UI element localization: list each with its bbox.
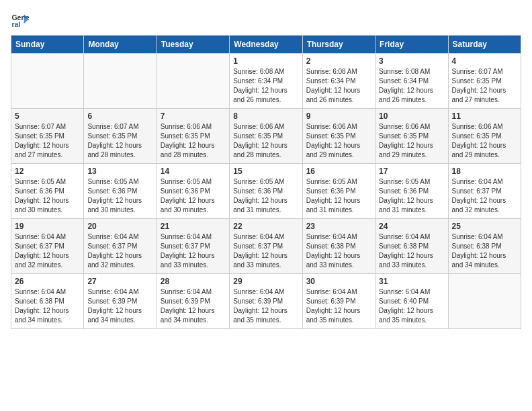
calendar-header: SundayMondayTuesdayWednesdayThursdayFrid…: [11, 36, 521, 54]
day-cell: 20Sunrise: 6:04 AM Sunset: 6:37 PM Dayli…: [84, 219, 157, 274]
day-info: Sunrise: 6:05 AM Sunset: 6:36 PM Dayligh…: [15, 177, 80, 215]
day-info: Sunrise: 6:04 AM Sunset: 6:37 PM Dayligh…: [15, 232, 80, 270]
day-cell: 27Sunrise: 6:04 AM Sunset: 6:39 PM Dayli…: [84, 274, 157, 329]
logo: Gene ral: [11, 11, 32, 30]
day-cell: 21Sunrise: 6:04 AM Sunset: 6:37 PM Dayli…: [157, 219, 229, 274]
day-number: 7: [161, 111, 226, 121]
day-info: Sunrise: 6:04 AM Sunset: 6:37 PM Dayligh…: [161, 232, 226, 270]
day-number: 9: [306, 111, 371, 121]
day-cell: 19Sunrise: 6:04 AM Sunset: 6:37 PM Dayli…: [11, 219, 84, 274]
week-row-3: 12Sunrise: 6:05 AM Sunset: 6:36 PM Dayli…: [11, 164, 521, 219]
day-info: Sunrise: 6:04 AM Sunset: 6:38 PM Dayligh…: [452, 232, 517, 270]
week-row-5: 26Sunrise: 6:04 AM Sunset: 6:38 PM Dayli…: [11, 274, 521, 329]
day-number: 19: [15, 222, 80, 231]
day-cell: [84, 54, 157, 109]
header-day-saturday: Saturday: [448, 36, 521, 54]
day-cell: 7Sunrise: 6:06 AM Sunset: 6:35 PM Daylig…: [157, 109, 229, 164]
calendar-body: 1Sunrise: 6:08 AM Sunset: 6:34 PM Daylig…: [11, 54, 521, 329]
day-info: Sunrise: 6:04 AM Sunset: 6:39 PM Dayligh…: [306, 287, 371, 325]
day-cell: 15Sunrise: 6:05 AM Sunset: 6:36 PM Dayli…: [230, 164, 302, 219]
day-cell: 17Sunrise: 6:05 AM Sunset: 6:36 PM Dayli…: [375, 164, 448, 219]
day-cell: 25Sunrise: 6:04 AM Sunset: 6:38 PM Dayli…: [448, 219, 521, 274]
day-info: Sunrise: 6:06 AM Sunset: 6:35 PM Dayligh…: [452, 122, 517, 160]
day-info: Sunrise: 6:08 AM Sunset: 6:34 PM Dayligh…: [306, 67, 371, 105]
day-number: 15: [233, 167, 298, 176]
day-cell: 5Sunrise: 6:07 AM Sunset: 6:35 PM Daylig…: [11, 109, 84, 164]
day-number: 10: [379, 111, 444, 121]
day-info: Sunrise: 6:08 AM Sunset: 6:34 PM Dayligh…: [379, 67, 444, 105]
logo-icon: Gene ral: [11, 11, 30, 30]
day-info: Sunrise: 6:06 AM Sunset: 6:35 PM Dayligh…: [306, 122, 371, 160]
day-info: Sunrise: 6:04 AM Sunset: 6:38 PM Dayligh…: [379, 232, 444, 270]
day-number: 24: [379, 222, 444, 231]
day-info: Sunrise: 6:04 AM Sunset: 6:40 PM Dayligh…: [379, 287, 444, 325]
day-info: Sunrise: 6:05 AM Sunset: 6:36 PM Dayligh…: [161, 177, 226, 215]
svg-text:ral: ral: [11, 20, 20, 28]
day-number: 30: [306, 277, 371, 286]
day-number: 23: [306, 222, 371, 231]
day-number: 26: [15, 277, 80, 286]
day-info: Sunrise: 6:04 AM Sunset: 6:37 PM Dayligh…: [452, 177, 517, 215]
day-number: 29: [233, 277, 298, 286]
day-info: Sunrise: 6:06 AM Sunset: 6:35 PM Dayligh…: [161, 122, 226, 160]
header-day-friday: Friday: [375, 36, 448, 54]
day-cell: [11, 54, 84, 109]
day-cell: 3Sunrise: 6:08 AM Sunset: 6:34 PM Daylig…: [375, 54, 448, 109]
day-number: 12: [15, 167, 80, 176]
day-number: 25: [452, 222, 517, 231]
day-number: 3: [379, 56, 444, 66]
day-info: Sunrise: 6:04 AM Sunset: 6:39 PM Dayligh…: [87, 287, 152, 325]
day-number: 21: [161, 222, 226, 231]
day-info: Sunrise: 6:05 AM Sunset: 6:36 PM Dayligh…: [87, 177, 152, 215]
header-row: SundayMondayTuesdayWednesdayThursdayFrid…: [11, 36, 521, 54]
day-info: Sunrise: 6:08 AM Sunset: 6:34 PM Dayligh…: [233, 67, 298, 105]
day-number: 14: [161, 167, 226, 176]
day-cell: 29Sunrise: 6:04 AM Sunset: 6:39 PM Dayli…: [230, 274, 302, 329]
day-info: Sunrise: 6:04 AM Sunset: 6:39 PM Dayligh…: [233, 287, 298, 325]
day-cell: 23Sunrise: 6:04 AM Sunset: 6:38 PM Dayli…: [302, 219, 375, 274]
day-number: 22: [233, 222, 298, 231]
day-number: 2: [306, 56, 371, 66]
day-cell: 6Sunrise: 6:07 AM Sunset: 6:35 PM Daylig…: [84, 109, 157, 164]
day-info: Sunrise: 6:05 AM Sunset: 6:36 PM Dayligh…: [306, 177, 371, 215]
day-number: 31: [379, 277, 444, 286]
week-row-1: 1Sunrise: 6:08 AM Sunset: 6:34 PM Daylig…: [11, 54, 521, 109]
day-info: Sunrise: 6:06 AM Sunset: 6:35 PM Dayligh…: [379, 122, 444, 160]
day-info: Sunrise: 6:07 AM Sunset: 6:35 PM Dayligh…: [15, 122, 80, 160]
day-number: 16: [306, 167, 371, 176]
day-number: 6: [87, 111, 152, 121]
day-info: Sunrise: 6:06 AM Sunset: 6:35 PM Dayligh…: [233, 122, 298, 160]
day-info: Sunrise: 6:04 AM Sunset: 6:38 PM Dayligh…: [15, 287, 80, 325]
day-number: 17: [379, 167, 444, 176]
day-number: 28: [161, 277, 226, 286]
day-cell: [157, 54, 229, 109]
day-cell: [448, 274, 521, 329]
day-cell: 8Sunrise: 6:06 AM Sunset: 6:35 PM Daylig…: [230, 109, 302, 164]
day-cell: 28Sunrise: 6:04 AM Sunset: 6:39 PM Dayli…: [157, 274, 229, 329]
header-day-tuesday: Tuesday: [157, 36, 229, 54]
day-number: 4: [452, 56, 517, 66]
header-day-monday: Monday: [84, 36, 157, 54]
day-number: 20: [87, 222, 152, 231]
day-info: Sunrise: 6:05 AM Sunset: 6:36 PM Dayligh…: [233, 177, 298, 215]
day-info: Sunrise: 6:05 AM Sunset: 6:36 PM Dayligh…: [379, 177, 444, 215]
day-cell: 1Sunrise: 6:08 AM Sunset: 6:34 PM Daylig…: [230, 54, 302, 109]
week-row-2: 5Sunrise: 6:07 AM Sunset: 6:35 PM Daylig…: [11, 109, 521, 164]
day-number: 27: [87, 277, 152, 286]
day-info: Sunrise: 6:04 AM Sunset: 6:39 PM Dayligh…: [161, 287, 226, 325]
header-day-thursday: Thursday: [302, 36, 375, 54]
day-cell: 12Sunrise: 6:05 AM Sunset: 6:36 PM Dayli…: [11, 164, 84, 219]
day-number: 5: [15, 111, 80, 121]
day-cell: 4Sunrise: 6:07 AM Sunset: 6:35 PM Daylig…: [448, 54, 521, 109]
day-number: 13: [87, 167, 152, 176]
day-cell: 14Sunrise: 6:05 AM Sunset: 6:36 PM Dayli…: [157, 164, 229, 219]
day-cell: 22Sunrise: 6:04 AM Sunset: 6:37 PM Dayli…: [230, 219, 302, 274]
day-cell: 31Sunrise: 6:04 AM Sunset: 6:40 PM Dayli…: [375, 274, 448, 329]
day-info: Sunrise: 6:07 AM Sunset: 6:35 PM Dayligh…: [452, 67, 517, 105]
day-cell: 26Sunrise: 6:04 AM Sunset: 6:38 PM Dayli…: [11, 274, 84, 329]
day-info: Sunrise: 6:04 AM Sunset: 6:38 PM Dayligh…: [306, 232, 371, 270]
day-number: 18: [452, 167, 517, 176]
page-header: Gene ral: [11, 11, 521, 30]
day-cell: 16Sunrise: 6:05 AM Sunset: 6:36 PM Dayli…: [302, 164, 375, 219]
day-cell: 30Sunrise: 6:04 AM Sunset: 6:39 PM Dayli…: [302, 274, 375, 329]
